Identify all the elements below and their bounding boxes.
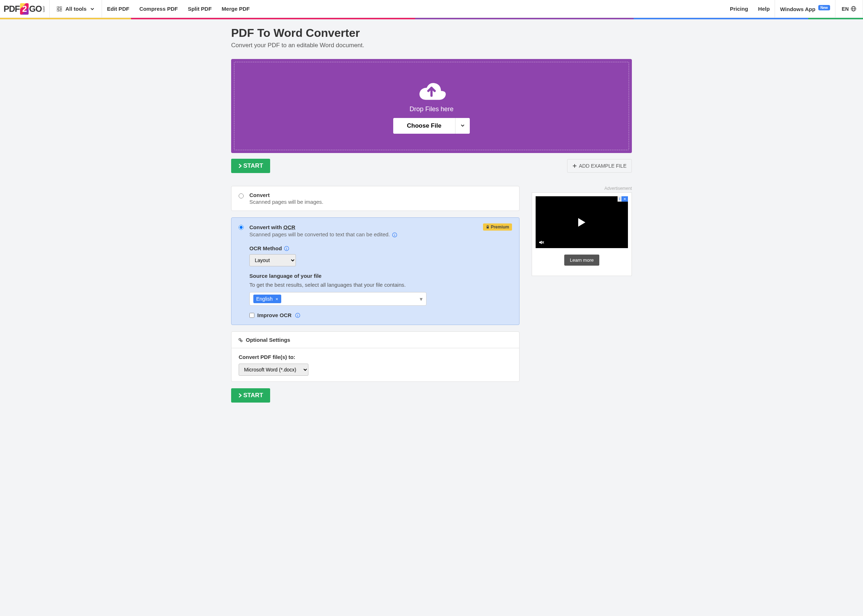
info-icon[interactable]: i — [284, 246, 289, 251]
svg-rect-0 — [57, 6, 59, 8]
choose-file-dropdown[interactable] — [455, 118, 470, 134]
chevron-down-icon — [460, 123, 465, 127]
play-icon — [578, 218, 585, 227]
choose-file-group: Choose File — [393, 118, 469, 134]
header: PDF 2 GO .com All tools Edit PDF Compres… — [0, 0, 863, 18]
dropzone[interactable]: Drop Files here Choose File — [231, 59, 632, 153]
lang-tag-remove[interactable]: × — [276, 296, 278, 302]
drop-text: Drop Files here — [409, 105, 454, 113]
svg-rect-2 — [57, 9, 59, 11]
svg-point-15 — [241, 340, 242, 341]
nav-merge-pdf[interactable]: Merge PDF — [217, 6, 255, 12]
choose-file-button[interactable]: Choose File — [393, 118, 455, 134]
nav-help[interactable]: Help — [753, 6, 775, 12]
ocr-method-select[interactable]: Layout — [249, 254, 296, 266]
ad-learn-more-button[interactable]: Learn more — [564, 255, 599, 266]
nav-compress-pdf[interactable]: Compress PDF — [134, 6, 183, 12]
chevron-down-icon — [90, 7, 94, 11]
convert-radio[interactable] — [239, 193, 244, 198]
logo[interactable]: PDF 2 GO .com — [0, 3, 49, 15]
optional-settings-header: Optional Settings — [231, 332, 519, 348]
ad-corner: i ✕ — [617, 196, 628, 202]
language-selector[interactable]: EN — [835, 6, 863, 12]
nav-pricing[interactable]: Pricing — [725, 6, 753, 12]
convert-ocr-radio[interactable] — [239, 225, 244, 230]
grid-icon — [57, 6, 62, 11]
svg-text:i: i — [286, 247, 287, 250]
svg-rect-1 — [60, 6, 61, 8]
convert-ocr-row[interactable]: Convert with OCR Premium Scanned pages w… — [231, 218, 519, 243]
nav-split-pdf[interactable]: Split PDF — [183, 6, 217, 12]
start-label-bottom: START — [243, 392, 263, 399]
ad-video[interactable]: i ✕ — [535, 196, 628, 248]
plus-icon — [572, 164, 577, 168]
optional-settings-panel: Optional Settings Convert PDF file(s) to… — [231, 332, 520, 382]
action-row: START ADD EXAMPLE FILE — [231, 159, 632, 173]
premium-badge: Premium — [483, 223, 512, 231]
svg-point-14 — [239, 338, 241, 340]
ad-label: Advertisement — [532, 186, 632, 191]
convert-ocr-panel: Convert with OCR Premium Scanned pages w… — [231, 217, 520, 325]
nav-right: Pricing Help Windows App New EN — [725, 0, 863, 18]
start-button-bottom[interactable]: START — [231, 388, 270, 402]
source-lang-desc: To get the best results, select all lang… — [249, 282, 512, 288]
all-tools-label: All tools — [66, 6, 87, 12]
ad-box: i ✕ Learn more — [532, 192, 632, 276]
language-multiselect[interactable]: English × ▾ — [249, 292, 427, 306]
lang-tag-english: English × — [253, 295, 281, 303]
info-icon[interactable]: i — [295, 313, 300, 318]
all-tools-dropdown[interactable]: All tools — [50, 6, 102, 12]
page-subtitle: Convert your PDF to an editable Word doc… — [231, 42, 632, 49]
caret-down-icon: ▾ — [420, 295, 422, 302]
lang-label: EN — [842, 6, 849, 12]
ad-close-icon[interactable]: ✕ — [622, 196, 628, 202]
ocr-method-label: OCR Method i — [249, 245, 512, 251]
new-badge: New — [818, 5, 830, 10]
convert-option-row[interactable]: Convert Scanned pages will be images. — [231, 186, 519, 211]
chevron-right-icon — [238, 393, 242, 398]
ocr-sub-options: OCR Method i Layout Source language of y… — [231, 243, 519, 325]
logo-text-pdf: PDF — [3, 4, 20, 14]
nav-edit-pdf[interactable]: Edit PDF — [102, 6, 134, 12]
convert-ocr-title: Convert with OCR — [249, 224, 295, 230]
improve-ocr-row[interactable]: Improve OCR i — [249, 312, 512, 318]
svg-rect-7 — [487, 227, 489, 228]
windows-app-label: Windows App — [780, 6, 815, 12]
convert-to-select[interactable]: Microsoft Word (*.docx) — [239, 364, 309, 376]
convert-title: Convert — [249, 192, 512, 198]
logo-text-go: GO — [29, 4, 41, 14]
convert-option-panel: Convert Scanned pages will be images. — [231, 186, 520, 211]
svg-text:i: i — [394, 233, 395, 237]
cloud-upload-icon — [416, 78, 447, 101]
ad-info-icon[interactable]: i — [617, 196, 622, 202]
nav-windows-app[interactable]: Windows App New — [775, 6, 835, 12]
convert-to-label: Convert PDF file(s) to: — [239, 354, 512, 360]
page-title: PDF To Word Converter — [231, 27, 632, 40]
info-icon[interactable]: i — [392, 233, 397, 237]
mute-icon[interactable] — [539, 240, 544, 245]
add-example-label: ADD EXAMPLE FILE — [579, 163, 627, 169]
logo-text-com: .com — [42, 6, 46, 12]
lock-icon — [486, 225, 490, 229]
start-label: START — [243, 162, 263, 170]
convert-desc: Scanned pages will be images. — [249, 199, 512, 205]
nav-links: Edit PDF Compress PDF Split PDF Merge PD… — [102, 6, 725, 12]
chevron-right-icon — [238, 163, 242, 168]
add-example-button[interactable]: ADD EXAMPLE FILE — [567, 159, 632, 173]
convert-ocr-desc: Scanned pages will be converted to text … — [249, 231, 512, 237]
gears-icon — [238, 338, 243, 343]
start-button[interactable]: START — [231, 159, 270, 173]
globe-icon — [851, 6, 856, 11]
improve-ocr-checkbox[interactable] — [249, 313, 254, 318]
logo-text-2: 2 — [20, 3, 28, 15]
svg-text:i: i — [297, 314, 298, 317]
source-lang-label: Source language of your file — [249, 273, 512, 279]
rainbow-bar — [0, 18, 863, 19]
improve-ocr-label: Improve OCR — [257, 312, 291, 318]
svg-rect-3 — [60, 9, 61, 11]
